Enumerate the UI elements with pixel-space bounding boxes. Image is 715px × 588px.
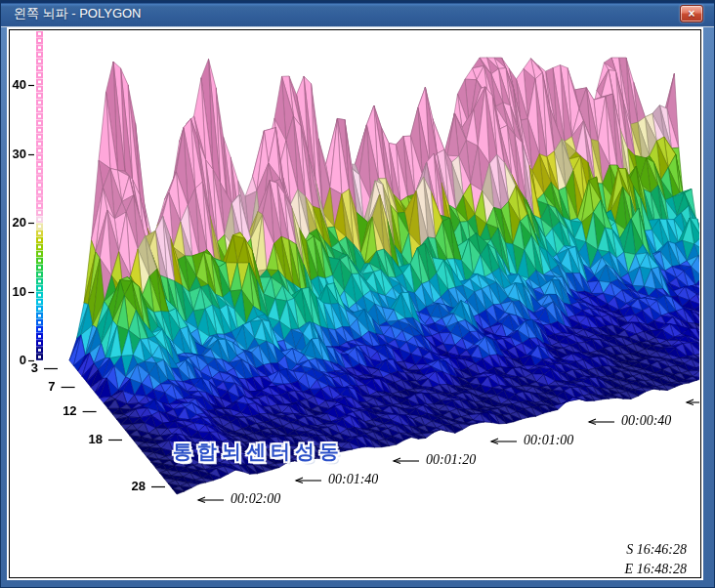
time-tick-label: 00:02:00 (231, 491, 280, 507)
session-start-time: S 16:46:28 (575, 542, 687, 558)
window-title: 왼쪽 뇌파 - POLYGON (14, 1, 142, 26)
time-tick-label: 00:01:20 (426, 452, 476, 468)
app-window: 왼쪽 뇌파 - POLYGON × 통합뇌센터성동 S 16:46:28 E 1… (0, 0, 715, 588)
frequency-tick-label: 18 (73, 432, 103, 446)
frequency-tick-label: 28 (116, 479, 146, 493)
close-button[interactable]: × (680, 5, 703, 22)
plot-overlay: 통합뇌센터성동 S 16:46:28 E 16:48:28 0102030403… (7, 27, 703, 580)
frequency-tick-label: 3 (9, 360, 38, 375)
close-icon: × (681, 6, 702, 21)
title-bar[interactable]: 왼쪽 뇌파 - POLYGON × (1, 1, 714, 27)
frequency-tick-label: 7 (26, 379, 56, 394)
amplitude-tick-label: 30 (7, 147, 26, 161)
time-tick-label: 00:00:40 (621, 413, 671, 429)
plot-client-area: 통합뇌센터성동 S 16:46:28 E 16:48:28 0102030403… (7, 27, 703, 580)
amplitude-tick-label: 20 (7, 215, 26, 230)
frequency-tick-label: 12 (48, 403, 77, 418)
watermark: 통합뇌센터성동 (173, 439, 344, 465)
session-end-time: E 16:48:28 (575, 562, 687, 577)
time-tick-label: 00:01:40 (328, 472, 378, 487)
amplitude-tick-label: 10 (7, 284, 26, 299)
time-tick-label: 00:01:00 (524, 433, 573, 448)
amplitude-tick-label: 40 (7, 77, 26, 92)
